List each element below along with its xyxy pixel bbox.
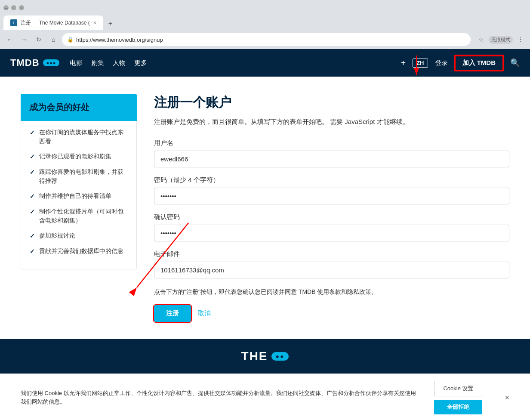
username-group: 用户名 — [154, 139, 509, 167]
main-content: 成为会员的好处 ✓ 在你订阅的流媒体服务中找点东西看 ✓ 记录你已观看的电影和剧… — [0, 77, 530, 339]
footer-dark: THE ●● — [0, 339, 530, 374]
benefit-item-3: ✓ 跟踪你喜爱的电影和剧集，并获得推荐 — [30, 167, 128, 185]
benefit-item-1: ✓ 在你订阅的流媒体服务中找点东西看 — [30, 128, 128, 146]
lock-icon: 🔒 — [67, 37, 74, 43]
refresh-btn[interactable]: ↻ — [33, 34, 45, 46]
nav-lang-btn[interactable]: ZH — [413, 59, 428, 68]
benefit-text-5: 制作个性化混搭片单（可同时包含电影和剧集） — [39, 207, 128, 225]
url-box[interactable]: 🔒 https://www.themoviedb.org/signup — [62, 33, 471, 46]
active-tab[interactable]: i 注册 — The Movie Database ( × — [3, 15, 103, 30]
benefit-text-2: 记录你已观看的电影和剧集 — [39, 152, 111, 161]
title-bar: — □ × — [0, 0, 530, 15]
logo-badge: ●●● — [43, 59, 60, 66]
benefit-item-4: ✓ 制作并维护自己的待看清单 — [30, 191, 128, 201]
nav-login-btn[interactable]: 登录 — [435, 59, 448, 67]
nav-links: 电影 剧集 人物 更多 — [70, 59, 147, 67]
benefit-item-6: ✓ 参加影视讨论 — [30, 231, 128, 241]
address-bar: ← → ↻ ⌂ 🔒 https://www.themoviedb.org/sig… — [0, 30, 530, 49]
confirm-password-group: 确认密码 — [154, 213, 509, 241]
password-input[interactable] — [154, 188, 509, 204]
sidebar: 成为会员的好处 ✓ 在你订阅的流媒体服务中找点东西看 ✓ 记录你已观看的电影和剧… — [21, 94, 137, 322]
confirm-password-input[interactable] — [154, 225, 509, 241]
form-actions: 注册 取消 — [154, 305, 509, 322]
close-btn[interactable]: × — [19, 5, 24, 10]
cookie-actions: Cookie 设置 全部拒绝 — [434, 381, 482, 414]
sidebar-title: 成为会员的好处 — [21, 94, 137, 121]
check-icon-2: ✓ — [30, 152, 35, 161]
bookmark-btn[interactable]: ☆ — [475, 34, 487, 46]
check-icon-7: ✓ — [30, 247, 35, 256]
cookie-settings-btn[interactable]: Cookie 设置 — [434, 381, 482, 396]
benefit-text-6: 参加影视讨论 — [39, 231, 75, 241]
benefit-item-7: ✓ 贡献并完善我们数据库中的信息 — [30, 247, 128, 256]
check-icon-3: ✓ — [30, 168, 35, 185]
sidebar-benefits: ✓ 在你订阅的流媒体服务中找点东西看 ✓ 记录你已观看的电影和剧集 ✓ 跟踪你喜… — [21, 121, 137, 269]
benefit-item-5: ✓ 制作个性化混搭片单（可同时包含电影和剧集） — [30, 207, 128, 225]
form-area: 注册一个账户 注册账户是免费的，而且很简单。从填写下方的表单开始吧。 需要 Ja… — [154, 94, 509, 322]
password-group: 密码（最少 4 个字符） — [154, 176, 509, 204]
logo-text: TMDB — [10, 57, 40, 68]
cookie-text: 我们使用 Cookie 以允许我们网站的正常工作、个性化设计内容和广告、提供社交… — [21, 389, 417, 407]
back-btn[interactable]: ← — [3, 34, 15, 46]
form-disclaimer: 点击下方的"注册"按钮，即代表您确认您已阅读并同意 TMDB 使用条款和隐私政策… — [154, 287, 509, 296]
cookie-banner: 我们使用 Cookie 以允许我们网站的正常工作、个性化设计内容和广告、提供社交… — [0, 374, 530, 420]
check-icon-4: ✓ — [30, 192, 35, 201]
benefit-text-1: 在你订阅的流媒体服务中找点东西看 — [39, 128, 128, 146]
nav-series[interactable]: 剧集 — [91, 59, 104, 67]
window-controls[interactable]: — □ × — [3, 5, 24, 10]
email-label: 电子邮件 — [154, 250, 509, 258]
browser-chrome: — □ × i 注册 — The Movie Database ( × + ← … — [0, 0, 530, 49]
no-disturb-badge: 无痕模式 — [489, 36, 513, 44]
benefit-item-2: ✓ 记录你已观看的电影和剧集 — [30, 152, 128, 161]
check-icon-1: ✓ — [30, 128, 35, 146]
tabs-bar: i 注册 — The Movie Database ( × + — [0, 15, 530, 30]
cookie-close-btn[interactable]: × — [505, 393, 509, 402]
footer-logo-badge: ●● — [271, 352, 289, 361]
benefit-text-7: 贡献并完善我们数据库中的信息 — [39, 247, 123, 256]
nav-plus-btn[interactable]: + — [401, 58, 406, 68]
tmdb-logo: TMDB ●●● — [10, 57, 59, 68]
nav-people[interactable]: 人物 — [113, 59, 126, 67]
site-nav: TMDB ●●● 电影 剧集 人物 更多 + ZH 登录 加入 TMDB 🔍 — [0, 49, 530, 77]
nav-search-btn[interactable]: 🔍 — [510, 58, 520, 68]
nav-movies[interactable]: 电影 — [70, 59, 83, 67]
cookie-reject-btn[interactable]: 全部拒绝 — [434, 400, 482, 414]
check-icon-6: ✓ — [30, 232, 35, 241]
site-wrapper: TMDB ●●● 电影 剧集 人物 更多 + ZH 登录 加入 TMDB 🔍 — [0, 49, 530, 420]
footer-logo-text: THE — [241, 349, 268, 363]
nav-join-btn[interactable]: 加入 TMDB — [455, 56, 504, 71]
maximize-btn[interactable]: □ — [11, 5, 16, 10]
nav-right: + ZH 登录 加入 TMDB 🔍 — [401, 56, 520, 71]
form-title: 注册一个账户 — [154, 94, 509, 111]
forward-btn[interactable]: → — [18, 34, 30, 46]
home-btn[interactable]: ⌂ — [47, 34, 59, 46]
tab-title: 注册 — The Movie Database ( — [21, 19, 90, 27]
benefit-text-3: 跟踪你喜爱的电影和剧集，并获得推荐 — [39, 167, 128, 185]
form-description: 注册账户是免费的，而且很简单。从填写下方的表单开始吧。 需要 JavaScrip… — [154, 117, 509, 127]
username-label: 用户名 — [154, 139, 509, 147]
tab-close-btn[interactable]: × — [93, 20, 96, 26]
email-group: 电子邮件 — [154, 250, 509, 278]
password-label: 密码（最少 4 个字符） — [154, 176, 509, 184]
confirm-password-label: 确认密码 — [154, 213, 509, 221]
more-btn[interactable]: ⋮ — [515, 34, 527, 46]
register-button[interactable]: 注册 — [154, 305, 191, 322]
benefit-text-4: 制作并维护自己的待看清单 — [39, 191, 111, 201]
minimize-btn[interactable]: — — [3, 5, 9, 10]
new-tab-btn[interactable]: + — [103, 17, 117, 30]
browser-actions: ☆ 无痕模式 ⋮ — [475, 34, 527, 46]
email-input[interactable] — [154, 262, 509, 278]
username-input[interactable] — [154, 151, 509, 167]
cancel-link[interactable]: 取消 — [198, 309, 211, 318]
check-icon-5: ✓ — [30, 207, 35, 225]
nav-more[interactable]: 更多 — [134, 59, 147, 67]
footer-logo: THE ●● — [241, 349, 289, 363]
url-text: https://www.themoviedb.org/signup — [76, 37, 163, 43]
tab-favicon: i — [10, 19, 17, 26]
